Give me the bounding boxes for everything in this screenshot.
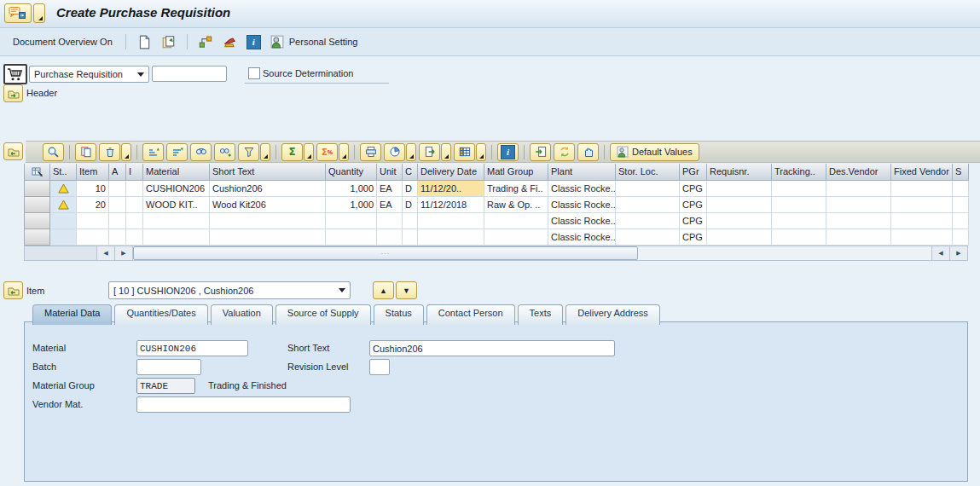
- document-number-field[interactable]: [152, 66, 227, 82]
- cell-short_text[interactable]: Wood Kit206: [210, 197, 326, 213]
- scroll-right-button[interactable]: ▶: [115, 246, 133, 260]
- expand-header-button[interactable]: [3, 84, 23, 102]
- cell-unit[interactable]: EA: [377, 197, 403, 213]
- source-determination-checkbox[interactable]: [248, 67, 260, 79]
- revision-level-field[interactable]: [369, 359, 390, 375]
- scroll-left-button[interactable]: ◀: [97, 246, 115, 260]
- layout-menu-button[interactable]: [476, 143, 486, 161]
- cell-material[interactable]: CUSHION206: [143, 181, 210, 197]
- layout-button[interactable]: [454, 143, 475, 161]
- tab-valuation[interactable]: Valuation: [211, 304, 273, 325]
- cell-matl_group[interactable]: Raw & Op. ..: [484, 197, 548, 213]
- cell-c[interactable]: [403, 229, 418, 246]
- hold-button[interactable]: [577, 143, 599, 161]
- cell-s[interactable]: [953, 197, 969, 213]
- cell-sel[interactable]: [25, 181, 50, 197]
- cell-matl_group[interactable]: [484, 213, 548, 229]
- cell-des_vendor[interactable]: [826, 197, 891, 213]
- column-header-fixed_vendor[interactable]: Fixed Vendor: [891, 164, 953, 181]
- find-next-button[interactable]: [214, 143, 235, 161]
- sum-button[interactable]: Σ: [281, 143, 303, 161]
- cell-matl_group[interactable]: Trading & Fi..: [484, 181, 548, 197]
- cell-s[interactable]: [953, 229, 969, 246]
- cell-fixed_vendor[interactable]: [891, 229, 953, 246]
- cell-tracking[interactable]: [772, 229, 826, 246]
- cell-sel[interactable]: [25, 229, 50, 246]
- material-field[interactable]: [136, 340, 248, 356]
- cell-des_vendor[interactable]: [826, 213, 891, 229]
- tab-source-of-supply[interactable]: Source of Supply: [275, 304, 371, 325]
- sort-descending-button[interactable]: [166, 143, 188, 161]
- default-values-button[interactable]: Default Values: [610, 143, 699, 161]
- document-overview-button[interactable]: Document Overview On: [9, 35, 117, 49]
- cell-fixed_vendor[interactable]: [891, 213, 953, 229]
- cell-s[interactable]: [953, 181, 969, 197]
- cell-item[interactable]: 10: [77, 181, 109, 197]
- cell-a[interactable]: [109, 229, 126, 246]
- detail-view-button[interactable]: [43, 143, 64, 161]
- cell-pgr[interactable]: CPG: [680, 181, 707, 197]
- cell-delivery_date[interactable]: [418, 229, 484, 246]
- column-header-plant[interactable]: Plant: [548, 164, 616, 181]
- cell-quantity[interactable]: 1,000: [326, 197, 377, 213]
- tab-quantities-dates[interactable]: Quantities/Dates: [114, 304, 207, 325]
- hierarchy-button[interactable]: [196, 32, 216, 52]
- refresh-status-button[interactable]: [554, 143, 575, 161]
- subtotal-button[interactable]: Σ%: [316, 143, 338, 161]
- cell-unit[interactable]: EA: [377, 181, 403, 197]
- item-select[interactable]: [ 10 ] CUSHION206 , Cushion206: [108, 281, 351, 299]
- cell-sel[interactable]: [25, 213, 50, 229]
- column-header-c[interactable]: C: [403, 164, 418, 181]
- cell-fixed_vendor[interactable]: [891, 181, 953, 197]
- services-menu-button[interactable]: [4, 3, 32, 23]
- cell-stor_loc[interactable]: [616, 229, 680, 246]
- cell-item[interactable]: [77, 213, 109, 229]
- cell-c[interactable]: D: [403, 197, 418, 213]
- info-button[interactable]: i: [244, 32, 264, 52]
- personal-setting-button[interactable]: Personal Setting: [289, 37, 358, 47]
- cell-material[interactable]: [143, 229, 210, 246]
- cell-s[interactable]: [953, 213, 969, 229]
- cell-stor_loc[interactable]: [616, 197, 680, 213]
- cell-unit[interactable]: [377, 213, 403, 229]
- material-group-field[interactable]: [136, 378, 195, 394]
- cell-i[interactable]: [126, 197, 143, 213]
- cell-material[interactable]: [143, 213, 210, 229]
- batch-field[interactable]: [136, 359, 201, 375]
- column-header-tracking[interactable]: Tracking..: [772, 164, 826, 181]
- next-item-button[interactable]: ▼: [396, 281, 417, 299]
- workflow-button[interactable]: [220, 32, 240, 52]
- tab-contact-person[interactable]: Contact Person: [426, 304, 515, 325]
- tab-status[interactable]: Status: [374, 304, 424, 325]
- cell-delivery_date[interactable]: 11/12/20..: [418, 181, 484, 197]
- cell-quantity[interactable]: [326, 213, 377, 229]
- cell-st[interactable]: [50, 213, 77, 229]
- cell-stor_loc[interactable]: [616, 181, 680, 197]
- copy-document-button[interactable]: [159, 32, 178, 52]
- cell-des_vendor[interactable]: [826, 181, 891, 197]
- scroll-right-button-right[interactable]: ▶: [949, 246, 967, 260]
- column-header-selector[interactable]: [25, 164, 50, 181]
- tab-material-data[interactable]: Material Data: [32, 304, 112, 325]
- views-menu-button[interactable]: [406, 143, 416, 161]
- cell-st[interactable]: [50, 197, 77, 213]
- column-header-a[interactable]: A: [109, 164, 126, 181]
- scrollbar-thumb[interactable]: ∙∙∙: [133, 246, 638, 260]
- document-type-select[interactable]: Purchase Requisition: [29, 66, 149, 83]
- export-button[interactable]: [419, 143, 440, 161]
- cell-delivery_date[interactable]: [418, 213, 484, 229]
- print-button[interactable]: [360, 143, 381, 161]
- cell-i[interactable]: [126, 229, 143, 246]
- column-header-st[interactable]: St..: [50, 164, 77, 181]
- cell-requisnr[interactable]: [707, 229, 772, 246]
- column-header-quantity[interactable]: Quantity: [326, 164, 377, 181]
- cell-plant[interactable]: Classic Rocke..: [548, 229, 616, 246]
- tab-delivery-address[interactable]: Delivery Address: [565, 304, 660, 325]
- cell-sel[interactable]: [25, 197, 50, 213]
- cell-c[interactable]: [403, 213, 418, 229]
- vendor-mat-field[interactable]: [136, 396, 351, 413]
- cell-a[interactable]: [109, 197, 126, 213]
- cell-item[interactable]: [77, 229, 109, 246]
- cell-delivery_date[interactable]: 11/12/2018: [418, 197, 484, 213]
- collapse-items-button[interactable]: [3, 142, 23, 160]
